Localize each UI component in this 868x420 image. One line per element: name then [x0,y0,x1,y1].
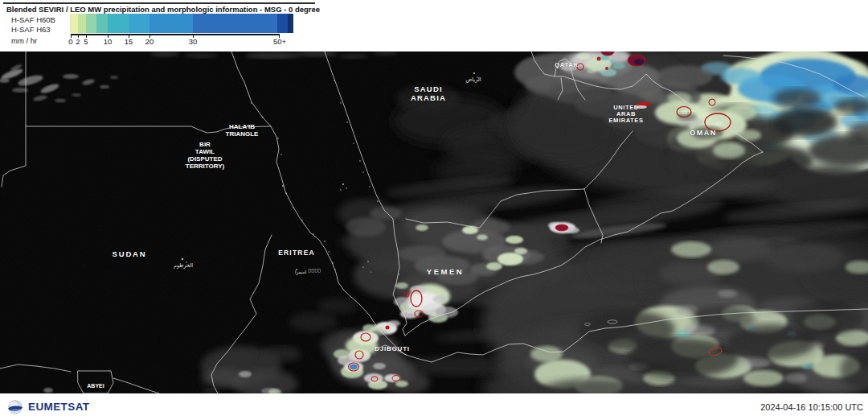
label-bir-tawil: BIR [199,141,211,148]
label-bir-tawil: TAWIL [195,148,215,155]
colorbar-tick-label: 10 [104,37,113,46]
colorbar-tick-label: 30 [189,37,198,46]
legend-unit: mm / hr [11,36,37,45]
product-name-h63: H-SAF H63 [11,25,51,34]
label-djibouti: DJIBOUTI [375,345,410,352]
cell-marker [555,224,568,231]
label-bir-tawil: (DISPUTED [187,155,222,163]
eumetsat-wordmark: EUMETSAT [28,401,89,413]
colorbar-tick-label: 0 [68,37,72,46]
colorbar-tick-label: 2 [76,37,80,46]
colorbar-axis [71,34,279,35]
label-abyei: ABYEI [87,383,104,389]
cell-value-label: -70 [634,60,641,65]
label-saudi-arabia: SAUDI [414,84,443,93]
colorbar-tick-label: 15 [125,37,133,46]
label-qatar: QATAR [555,61,579,68]
label-yemen: YEMEN [427,267,464,276]
eumetsat-logo-icon [6,398,24,416]
eumetsat-brand: EUMETSAT [6,398,89,416]
label-khartoum: الخرطوم [174,262,193,269]
colorbar-tick-label: 20 [145,37,154,46]
cell-value-label: -50 [681,110,687,115]
colorbar-tick-label: 5 [84,37,88,46]
cell-marker [597,57,601,61]
legend-panel: Blended SEVIRI / LEO MW precipitation an… [0,0,868,51]
cell-marker [605,67,608,70]
label-saudi-arabia: ARABIA [411,93,446,102]
satellite-product-viewer: -70 -50 -52 SAUDI ARABIA QATAR UNITED AR… [0,0,868,420]
label-halaib-triangle: TRIANGLE [226,130,260,138]
product-title: Blended SEVIRI / LEO MW precipitation an… [6,5,320,14]
label-riyadh: الرياض [465,76,481,83]
product-name-h60b: H-SAF H60B [11,15,55,24]
footer-bar: EUMETSAT 2024-04-16 10:15:00 UTC [0,393,868,420]
label-halaib-triangle: HALA'IB [229,123,255,130]
cell-marker [386,326,390,330]
satellite-map-image: -70 -50 -52 SAUDI ARABIA QATAR UNITED AR… [0,0,868,420]
cell-value-label: -52 [714,121,722,126]
label-uae: EMIRATES [609,117,644,124]
legend-top-rule [3,2,315,4]
colorbar-tick-label: 50+ [273,37,286,46]
label-sudan: SUDAN [113,249,147,258]
precipitation-colorbar [70,14,293,33]
label-bir-tawil: TERRITORY) [186,163,225,170]
image-timestamp: 2024-04-16 10:15:00 UTC [760,402,863,412]
label-oman: OMAN [690,129,717,137]
label-eritrea: ERITREA [278,249,315,257]
label-asmara: اسمرا [295,270,306,275]
